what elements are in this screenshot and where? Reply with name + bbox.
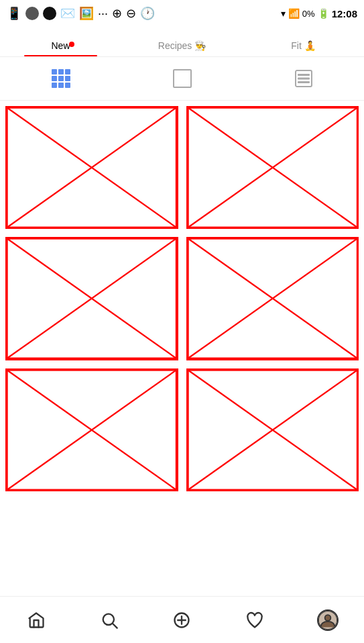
svg-rect-2 <box>298 78 310 80</box>
whatsapp-icon: 📱 <box>7 6 21 21</box>
circle-icon-2 <box>43 7 56 20</box>
svg-line-23 <box>113 624 117 628</box>
tab-fit[interactable]: Fit 🧘 <box>243 40 364 56</box>
tab-new-label: New <box>51 40 70 51</box>
time-display: 12:08 <box>332 8 357 19</box>
home-icon <box>27 611 46 630</box>
circle-icon <box>25 7 39 20</box>
profile-nav-button[interactable] <box>311 603 345 637</box>
home-nav-button[interactable] <box>19 603 53 637</box>
status-bar-right: ▾ 📶 0% 🔋 12:08 <box>281 8 357 19</box>
favorites-nav-button[interactable] <box>238 603 271 637</box>
image-icon: 🖼️ <box>79 6 94 21</box>
battery-icon: 🔋 <box>318 8 329 19</box>
list-view-button[interactable] <box>287 62 320 95</box>
single-icon <box>173 69 192 88</box>
image-item-1[interactable] <box>5 106 178 229</box>
tab-new[interactable]: New <box>0 40 121 56</box>
add-icon <box>172 611 191 630</box>
grid-view-button[interactable] <box>44 62 78 95</box>
search-icon <box>100 611 119 630</box>
tab-bar: New Recipes 👨‍🍳 Fit 🧘 <box>0 27 364 57</box>
image-item-2[interactable] <box>186 106 359 229</box>
bottom-nav <box>0 596 364 643</box>
status-bar-left: 📱 ✉️ 🖼️ ··· ⊕ ⊖ 🕐 <box>7 6 155 21</box>
tab-new-badge <box>69 42 74 47</box>
image-item-3[interactable] <box>5 237 178 360</box>
gmail-icon: ✉️ <box>60 6 75 21</box>
single-view-button[interactable] <box>166 62 199 95</box>
image-item-4[interactable] <box>186 237 359 360</box>
list-icon <box>294 69 313 88</box>
wifi-icon: ▾ <box>281 8 286 19</box>
zoom-out-icon: ⊖ <box>126 6 136 21</box>
svg-rect-3 <box>298 81 310 83</box>
svg-point-28 <box>324 615 330 621</box>
grid-icon <box>52 69 70 88</box>
heart-icon <box>245 611 264 630</box>
zoom-in-icon: ⊕ <box>112 6 122 21</box>
avatar <box>317 609 339 631</box>
add-nav-button[interactable] <box>165 603 198 637</box>
status-bar: 📱 ✉️ 🖼️ ··· ⊕ ⊖ 🕐 ▾ 📶 0% 🔋 12:08 <box>0 0 364 27</box>
tab-fit-label: Fit 🧘 <box>291 40 315 51</box>
image-item-6[interactable] <box>186 368 359 491</box>
battery-percent: 0% <box>302 9 315 19</box>
tab-recipes-label: Recipes 👨‍🍳 <box>158 40 206 51</box>
view-mode-bar <box>0 57 364 101</box>
svg-rect-1 <box>298 74 310 76</box>
search-nav-button[interactable] <box>93 603 126 637</box>
signal-icon: 📶 <box>288 8 300 19</box>
tab-recipes[interactable]: Recipes 👨‍🍳 <box>121 40 243 56</box>
clock-icon: 🕐 <box>140 6 155 21</box>
more-icon: ··· <box>98 7 108 21</box>
image-item-5[interactable] <box>5 368 178 491</box>
image-grid <box>0 101 364 497</box>
